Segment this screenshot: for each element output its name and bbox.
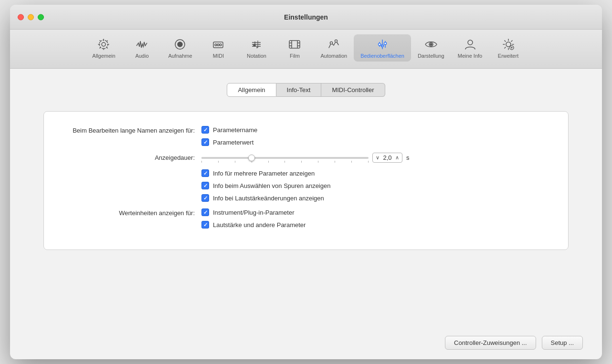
gear-icon — [97, 37, 110, 52]
info-mehrere-label: Info für mehrere Parameter anzeigen — [213, 170, 315, 177]
toolbar-item-darstellung[interactable]: Darstellung — [411, 34, 451, 62]
tab-midicontroller[interactable]: MIDI-Controller — [321, 83, 385, 97]
info-lautstarke-row: Info bei Lautstärkeänderungen anzeigen — [201, 194, 330, 202]
section2-label: Werteinheiten anzeigen für: — [58, 208, 201, 217]
svg-point-3 — [178, 42, 182, 47]
toolbar-item-erweitert[interactable]: Erweitert — [489, 34, 528, 62]
svg-point-19 — [330, 42, 333, 44]
svg-point-27 — [384, 42, 387, 45]
advanced-icon — [502, 37, 515, 52]
slider-ticks — [201, 161, 369, 163]
content-area: Allgemein Info-Text MIDI-Controller Beim… — [10, 69, 602, 326]
info-content: Info für mehrere Parameter anzeigen Info… — [201, 169, 330, 202]
info-auswahlen-checkbox[interactable] — [201, 182, 209, 189]
toolbar-item-automation[interactable]: Automation — [314, 34, 354, 62]
anzeigedauer-row: Anzeigedauer: — [58, 153, 549, 163]
tab-infotext[interactable]: Info-Text — [276, 83, 322, 97]
parameterwert-row: Parameterwert — [201, 138, 257, 146]
film-icon — [288, 37, 301, 52]
toolbar-item-film[interactable]: Film — [275, 34, 314, 62]
info-mehrere-checkbox[interactable] — [201, 169, 209, 177]
svg-point-20 — [335, 40, 338, 42]
toolbar-item-audio[interactable]: Audio — [123, 34, 161, 62]
audio-icon — [136, 37, 148, 52]
parametername-label: Parametername — [213, 126, 257, 134]
notation-icon — [250, 37, 263, 52]
parametername-row: Parametername — [201, 126, 257, 134]
toolbar-label-notation: Notation — [247, 53, 266, 59]
controller-zuweisungen-button[interactable]: Controller-Zuweisungen ... — [445, 336, 536, 350]
bottom-bar: Controller-Zuweisungen ... Setup ... — [10, 326, 602, 359]
svg-rect-12 — [289, 41, 300, 48]
instrument-checkbox[interactable] — [201, 208, 209, 216]
toolbar-label-erweitert: Erweitert — [498, 53, 518, 59]
maximize-button[interactable] — [38, 14, 44, 20]
toolbar-item-bedienoberflachen[interactable]: Bedienoberflächen — [354, 34, 411, 62]
slider-thumb[interactable] — [248, 155, 255, 161]
chevron-down-icon[interactable]: ∨ — [376, 155, 380, 161]
instrument-label: Instrument/Plug-in-Parameter — [213, 209, 295, 216]
info-row: Info für mehrere Parameter anzeigen Info… — [58, 169, 549, 202]
parameterwert-label: Parameterwert — [213, 139, 253, 146]
section2-content: Instrument/Plug-in-Parameter Lautstärke … — [201, 208, 306, 229]
surfaces-icon — [376, 37, 389, 52]
info-empty-label — [58, 169, 201, 170]
section1-label: Beim Bearbeiten lange Namen anzeigen für… — [58, 126, 201, 134]
svg-point-26 — [379, 43, 381, 46]
minimize-button[interactable] — [28, 14, 34, 20]
toolbar-item-midi[interactable]: MIDI — [199, 34, 237, 62]
toolbar-item-meineinfo[interactable]: Meine Info — [451, 34, 489, 62]
svg-point-33 — [506, 42, 511, 47]
parameterwert-checkbox[interactable] — [201, 138, 209, 146]
window-title: Einstellungen — [284, 13, 328, 21]
slider-fill — [201, 157, 252, 159]
slider-track[interactable] — [201, 157, 369, 159]
tab-bar: Allgemein Info-Text MIDI-Controller — [29, 83, 583, 97]
settings-window: Einstellungen Allgemein Audio — [10, 5, 602, 359]
person-icon — [464, 37, 476, 52]
slider-value-display: 2,0 — [381, 154, 393, 161]
toolbar-label-allgemein: Allgemein — [92, 53, 115, 59]
toolbar-item-aufnahme[interactable]: Aufnahme — [161, 34, 199, 62]
settings-panel: Beim Bearbeiten lange Namen anzeigen für… — [43, 111, 569, 250]
chevron-up-icon[interactable]: ∧ — [395, 155, 399, 161]
section1-row: Beim Bearbeiten lange Namen anzeigen für… — [58, 126, 549, 146]
slider-control: ∨ 2,0 ∧ s — [201, 153, 410, 163]
midi-icon — [212, 37, 224, 52]
svg-point-5 — [215, 44, 217, 46]
titlebar: Einstellungen — [10, 5, 602, 30]
tab-allgemein[interactable]: Allgemein — [227, 83, 276, 97]
lautstarke-row: Lautstärke und andere Parameter — [201, 221, 306, 229]
toolbar-label-film: Film — [290, 53, 300, 59]
toolbar-label-aufnahme: Aufnahme — [168, 53, 192, 59]
lautstarke-checkbox[interactable] — [201, 221, 209, 229]
svg-point-32 — [468, 40, 473, 45]
automation-icon — [327, 37, 340, 52]
toolbar-label-meineinfo: Meine Info — [458, 53, 482, 59]
window-controls — [18, 14, 44, 20]
toolbar-label-automation: Automation — [320, 53, 347, 59]
close-button[interactable] — [18, 14, 24, 20]
toolbar-item-notation[interactable]: Notation — [237, 34, 275, 62]
lautstarke-label: Lautstärke und andere Parameter — [213, 221, 306, 229]
info-lautstarke-label: Info bei Lautstärkeänderungen anzeigen — [213, 195, 324, 202]
toolbar-item-allgemein[interactable]: Allgemein — [84, 34, 123, 62]
toolbar-label-audio: Audio — [135, 53, 148, 59]
toolbar-label-midi: MIDI — [213, 53, 224, 59]
section2-row: Werteinheiten anzeigen für: Instrument/P… — [58, 208, 549, 229]
info-auswahlen-row: Info beim Auswählen von Spuren anzeigen — [201, 182, 330, 189]
parametername-checkbox[interactable] — [201, 126, 209, 134]
slider-unit: s — [406, 154, 410, 161]
section1-content: Parametername Parameterwert — [201, 126, 257, 146]
toolbar-label-bedienoberflachen: Bedienoberflächen — [360, 53, 404, 59]
anzeigedauer-label: Anzeigedauer: — [58, 154, 201, 161]
svg-point-7 — [220, 44, 222, 46]
svg-point-0 — [102, 42, 106, 46]
info-auswahlen-label: Info beim Auswählen von Spuren anzeigen — [213, 182, 330, 189]
info-mehrere-row: Info für mehrere Parameter anzeigen — [201, 169, 330, 177]
info-lautstarke-checkbox[interactable] — [201, 194, 209, 202]
svg-point-31 — [430, 43, 432, 45]
setup-button[interactable]: Setup ... — [542, 336, 583, 350]
eye-icon — [425, 37, 437, 52]
value-box: ∨ 2,0 ∧ — [372, 153, 402, 163]
